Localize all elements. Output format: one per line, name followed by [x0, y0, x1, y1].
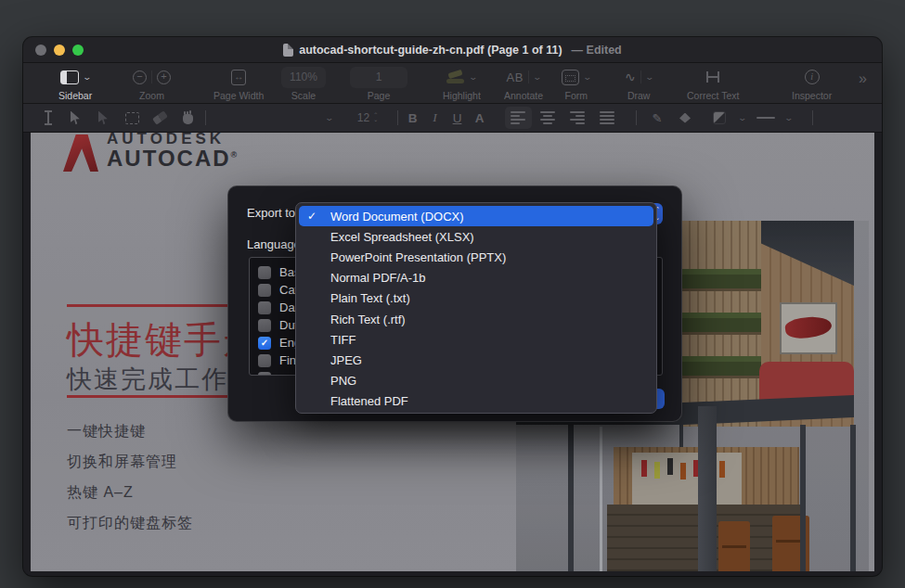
menu-item-label: JPEG [330, 353, 362, 367]
chevron-down-icon: ⌄ [82, 72, 92, 82]
form-button[interactable]: ⌄ Form [562, 65, 591, 101]
export-format-menu: ✓Word Document (DOCX)Excel Spreadsheet (… [295, 202, 657, 414]
line-icon [756, 117, 775, 119]
chevron-down-icon: ⌄ [784, 113, 795, 122]
font-color-button[interactable]: A [469, 104, 490, 132]
menu-item-powerpoint-presentation-pptx[interactable]: PowerPoint Presentation (PPTX) [299, 247, 653, 267]
line-style-dropdown[interactable]: ⌄ [781, 104, 797, 132]
select-tool[interactable] [64, 104, 88, 132]
opacity-swatch-button[interactable] [708, 104, 730, 132]
checkbox-checked[interactable]: ✓ [258, 337, 271, 350]
italic-button[interactable]: I [424, 104, 446, 132]
font-family-select[interactable]: ⌄ [320, 104, 339, 132]
pencil-icon: ✎ [653, 111, 663, 125]
menu-item-label: TIFF [330, 333, 356, 347]
checkbox[interactable] [258, 319, 271, 332]
close-button[interactable] [35, 45, 46, 56]
app-window: autocad-shortcut-guide-zh-cn.pdf (Page 1… [23, 37, 882, 576]
line-style-button[interactable] [753, 104, 779, 132]
font-size-value: 12 [357, 111, 369, 124]
highlighter-icon [446, 70, 465, 83]
swatch-dropdown[interactable]: ⌄ [734, 104, 751, 132]
menu-item-label: Excel Spreadsheet (XLSX) [330, 230, 474, 244]
bold-button[interactable]: B [402, 104, 423, 132]
align-justify-button[interactable] [594, 107, 621, 129]
menu-item-jpeg[interactable]: JPEG [299, 350, 653, 370]
hand-icon [183, 114, 193, 124]
sidebar-button[interactable]: ⌄ Sidebar [58, 65, 92, 101]
menu-item-plain-text-txt[interactable]: Plain Text (.txt) [299, 288, 653, 309]
underline-button[interactable]: U [446, 104, 468, 132]
checkbox[interactable] [258, 284, 271, 297]
page-width-button[interactable]: ↔ Page Width [213, 65, 264, 101]
eraser-tool[interactable] [148, 104, 172, 132]
hand-tool[interactable] [175, 104, 200, 132]
menu-item-label: Plain Text (.txt) [330, 291, 410, 305]
menu-item-png[interactable]: PNG [299, 371, 653, 391]
info-icon: i [805, 70, 820, 84]
menu-item-normal-pdf-a-1b[interactable]: Normal PDF/A-1b [299, 268, 653, 288]
annotate-button[interactable]: AB⌄ Annotate [504, 65, 543, 101]
chevron-down-icon: ⌄ [532, 72, 542, 82]
menu-item-word-document-docx[interactable]: ✓Word Document (DOCX) [299, 206, 653, 226]
zoom-in-icon[interactable]: + [157, 70, 171, 84]
checkbox[interactable] [258, 266, 271, 279]
chevron-down-icon: ⌄ [469, 72, 479, 82]
draw-button[interactable]: ∿⌄ Draw [625, 65, 653, 101]
fill-color-button[interactable] [673, 104, 697, 132]
swatch-icon [713, 111, 726, 124]
align-right-button[interactable] [564, 107, 591, 129]
titlebar: autocad-shortcut-guide-zh-cn.pdf (Page 1… [23, 37, 882, 63]
align-center-button[interactable] [535, 107, 562, 129]
correct-text-button[interactable]: Correct Text [687, 65, 739, 101]
highlight-button[interactable]: ⌄ Highlight [443, 65, 481, 101]
edited-badge: — Edited [572, 44, 622, 57]
menu-item-label: PNG [330, 374, 356, 388]
menu-item-label: Flattened PDF [330, 394, 408, 408]
minimize-button[interactable] [54, 45, 65, 56]
text-edit-toolbar: ⌄ 12⌃⌄ B I U A ✎ ⌄ ⌄ [23, 104, 882, 133]
page-input[interactable]: 1 [350, 67, 407, 88]
zoom-controls[interactable]: − + Zoom [133, 65, 171, 101]
menu-item-excel-spreadsheet-xlsx[interactable]: Excel Spreadsheet (XLSX) [299, 226, 653, 247]
alt-select-tool[interactable] [92, 104, 116, 132]
annotate-icon: AB [507, 70, 524, 84]
traffic-lights [35, 45, 84, 56]
chevron-down-icon: ⌄ [325, 113, 335, 122]
stepper-icon: ⌃⌄ [373, 113, 378, 122]
menu-item-label: Rich Text (.rtf) [330, 313, 406, 326]
menu-item-rich-text-rtf[interactable]: Rich Text (.rtf) [299, 309, 653, 329]
correct-text-icon [706, 71, 719, 83]
checkbox[interactable] [258, 301, 271, 314]
main-toolbar: ⌄ Sidebar − + Zoom ↔ Page Width 110% Sca… [23, 63, 882, 104]
desktop-background: autocad-shortcut-guide-zh-cn.pdf (Page 1… [0, 0, 905, 588]
scale-field-group: 110% Scale [281, 65, 326, 101]
eraser-icon [152, 110, 168, 124]
align-justify-icon [600, 111, 614, 124]
pointer-icon [71, 111, 82, 125]
more-tools-button[interactable]: » [859, 70, 867, 87]
chevron-down-icon: ⌄ [644, 72, 654, 82]
stroke-color-button[interactable]: ✎ [645, 104, 669, 132]
zoom-button[interactable] [72, 45, 84, 56]
zoom-out-icon[interactable]: − [133, 70, 147, 84]
menu-item-tiff[interactable]: TIFF [299, 329, 653, 350]
scale-input[interactable]: 110% [281, 67, 326, 88]
text-cursor-tool[interactable] [36, 104, 60, 132]
text-cursor-icon [47, 111, 49, 124]
paint-bucket-icon [679, 113, 691, 123]
inspector-button[interactable]: i Inspector [792, 65, 832, 101]
align-left-button[interactable] [505, 107, 532, 129]
align-right-icon [570, 111, 585, 124]
menu-item-label: Word Document (DOCX) [330, 210, 464, 224]
double-chevron-icon: » [859, 70, 867, 87]
menu-item-label: PowerPoint Presentation (PPTX) [330, 250, 506, 264]
font-size-stepper[interactable]: 12⌃⌄ [346, 104, 389, 132]
form-icon [562, 70, 579, 85]
marquee-tool[interactable] [120, 104, 144, 132]
checkbox[interactable] [258, 372, 271, 377]
chevron-down-icon: ⌄ [582, 72, 592, 82]
checkbox[interactable] [258, 354, 271, 367]
window-title: autocad-shortcut-guide-zh-cn.pdf (Page 1… [283, 44, 622, 57]
menu-item-flattened-pdf[interactable]: Flattened PDF [299, 391, 653, 412]
